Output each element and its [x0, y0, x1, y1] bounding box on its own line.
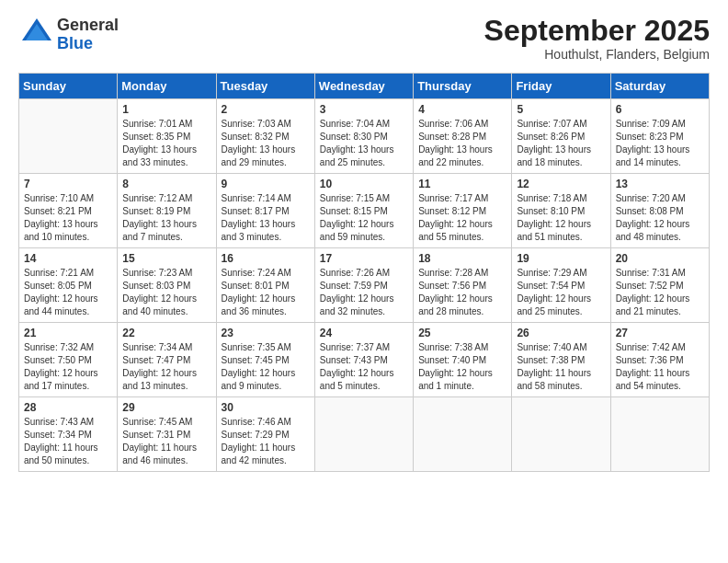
- day-number: 19: [517, 252, 605, 265]
- day-info: Sunrise: 7:12 AM Sunset: 8:19 PM Dayligh…: [122, 192, 210, 244]
- col-monday: Monday: [118, 74, 216, 99]
- table-row: 3Sunrise: 7:04 AM Sunset: 8:30 PM Daylig…: [314, 99, 413, 174]
- calendar-week-row: 28Sunrise: 7:43 AM Sunset: 7:34 PM Dayli…: [19, 397, 710, 472]
- table-row: [512, 397, 610, 472]
- table-row: 28Sunrise: 7:43 AM Sunset: 7:34 PM Dayli…: [19, 397, 118, 472]
- calendar-week-row: 14Sunrise: 7:21 AM Sunset: 8:05 PM Dayli…: [19, 248, 710, 323]
- table-row: 12Sunrise: 7:18 AM Sunset: 8:10 PM Dayli…: [512, 174, 610, 248]
- table-row: 4Sunrise: 7:06 AM Sunset: 8:28 PM Daylig…: [414, 99, 512, 174]
- logo-blue-text: Blue: [57, 34, 93, 52]
- day-number: 14: [24, 252, 112, 265]
- day-info: Sunrise: 7:03 AM Sunset: 8:32 PM Dayligh…: [222, 118, 310, 169]
- day-info: Sunrise: 7:01 AM Sunset: 8:35 PM Dayligh…: [122, 118, 210, 169]
- table-row: 10Sunrise: 7:15 AM Sunset: 8:15 PM Dayli…: [314, 174, 413, 248]
- table-row: 17Sunrise: 7:26 AM Sunset: 7:59 PM Dayli…: [314, 248, 413, 323]
- day-info: Sunrise: 7:23 AM Sunset: 8:03 PM Dayligh…: [122, 267, 210, 318]
- col-friday: Friday: [512, 74, 610, 99]
- col-thursday: Thursday: [414, 74, 512, 99]
- day-number: 5: [517, 103, 605, 116]
- day-info: Sunrise: 7:28 AM Sunset: 7:56 PM Dayligh…: [418, 267, 506, 318]
- day-number: 30: [222, 401, 310, 414]
- table-row: 23Sunrise: 7:35 AM Sunset: 7:45 PM Dayli…: [216, 323, 314, 397]
- calendar-table: Sunday Monday Tuesday Wednesday Thursday…: [18, 73, 710, 472]
- table-row: 27Sunrise: 7:42 AM Sunset: 7:36 PM Dayli…: [610, 323, 709, 397]
- day-number: 21: [24, 327, 112, 339]
- day-info: Sunrise: 7:09 AM Sunset: 8:23 PM Dayligh…: [616, 118, 704, 169]
- day-info: Sunrise: 7:45 AM Sunset: 7:31 PM Dayligh…: [122, 416, 210, 467]
- table-row: 9Sunrise: 7:14 AM Sunset: 8:17 PM Daylig…: [216, 174, 314, 248]
- table-row: 18Sunrise: 7:28 AM Sunset: 7:56 PM Dayli…: [414, 248, 512, 323]
- day-number: 23: [222, 327, 310, 339]
- day-info: Sunrise: 7:21 AM Sunset: 8:05 PM Dayligh…: [24, 267, 112, 318]
- calendar-header-row: Sunday Monday Tuesday Wednesday Thursday…: [19, 74, 710, 99]
- day-number: 20: [616, 252, 704, 265]
- day-number: 16: [222, 252, 310, 265]
- calendar-week-row: 1Sunrise: 7:01 AM Sunset: 8:35 PM Daylig…: [19, 99, 710, 174]
- table-row: 29Sunrise: 7:45 AM Sunset: 7:31 PM Dayli…: [118, 397, 216, 472]
- day-number: 26: [517, 327, 605, 339]
- day-info: Sunrise: 7:37 AM Sunset: 7:43 PM Dayligh…: [320, 341, 408, 393]
- day-info: Sunrise: 7:07 AM Sunset: 8:26 PM Dayligh…: [517, 118, 605, 169]
- table-row: 13Sunrise: 7:20 AM Sunset: 8:08 PM Dayli…: [610, 174, 709, 248]
- day-number: 8: [122, 178, 210, 190]
- day-number: 3: [320, 103, 408, 116]
- day-number: 13: [616, 178, 704, 190]
- day-number: 29: [122, 401, 210, 414]
- table-row: 5Sunrise: 7:07 AM Sunset: 8:26 PM Daylig…: [512, 99, 610, 174]
- table-row: 19Sunrise: 7:29 AM Sunset: 7:54 PM Dayli…: [512, 248, 610, 323]
- table-row: 20Sunrise: 7:31 AM Sunset: 7:52 PM Dayli…: [610, 248, 709, 323]
- day-number: 12: [517, 178, 605, 190]
- logo-icon: [18, 15, 55, 52]
- day-info: Sunrise: 7:04 AM Sunset: 8:30 PM Dayligh…: [320, 118, 408, 169]
- calendar-week-row: 21Sunrise: 7:32 AM Sunset: 7:50 PM Dayli…: [19, 323, 710, 397]
- month-title: September 2025: [484, 15, 710, 47]
- table-row: 16Sunrise: 7:24 AM Sunset: 8:01 PM Dayli…: [216, 248, 314, 323]
- day-info: Sunrise: 7:10 AM Sunset: 8:21 PM Dayligh…: [24, 192, 112, 244]
- table-row: 2Sunrise: 7:03 AM Sunset: 8:32 PM Daylig…: [216, 99, 314, 174]
- day-info: Sunrise: 7:31 AM Sunset: 7:52 PM Dayligh…: [616, 267, 704, 318]
- day-number: 7: [24, 178, 112, 190]
- logo-general-text: General: [57, 16, 119, 34]
- day-number: 15: [122, 252, 210, 265]
- table-row: [314, 397, 413, 472]
- day-number: 18: [418, 252, 506, 265]
- day-number: 2: [222, 103, 310, 116]
- location: Houthulst, Flanders, Belgium: [484, 47, 710, 62]
- day-number: 28: [24, 401, 112, 414]
- day-number: 11: [418, 178, 506, 190]
- table-row: [19, 99, 118, 174]
- day-info: Sunrise: 7:15 AM Sunset: 8:15 PM Dayligh…: [320, 192, 408, 244]
- table-row: 1Sunrise: 7:01 AM Sunset: 8:35 PM Daylig…: [118, 99, 216, 174]
- page-container: General Blue September 2025 Houthulst, F…: [0, 0, 728, 481]
- day-info: Sunrise: 7:43 AM Sunset: 7:34 PM Dayligh…: [24, 416, 112, 467]
- table-row: 6Sunrise: 7:09 AM Sunset: 8:23 PM Daylig…: [610, 99, 709, 174]
- col-tuesday: Tuesday: [216, 74, 314, 99]
- day-number: 6: [616, 103, 704, 116]
- table-row: 7Sunrise: 7:10 AM Sunset: 8:21 PM Daylig…: [19, 174, 118, 248]
- day-info: Sunrise: 7:42 AM Sunset: 7:36 PM Dayligh…: [616, 341, 704, 393]
- day-info: Sunrise: 7:38 AM Sunset: 7:40 PM Dayligh…: [418, 341, 506, 393]
- day-number: 22: [122, 327, 210, 339]
- table-row: 24Sunrise: 7:37 AM Sunset: 7:43 PM Dayli…: [314, 323, 413, 397]
- day-info: Sunrise: 7:32 AM Sunset: 7:50 PM Dayligh…: [24, 341, 112, 393]
- table-row: 8Sunrise: 7:12 AM Sunset: 8:19 PM Daylig…: [118, 174, 216, 248]
- day-info: Sunrise: 7:34 AM Sunset: 7:47 PM Dayligh…: [122, 341, 210, 393]
- table-row: 26Sunrise: 7:40 AM Sunset: 7:38 PM Dayli…: [512, 323, 610, 397]
- day-number: 24: [320, 327, 408, 339]
- table-row: [414, 397, 512, 472]
- table-row: 15Sunrise: 7:23 AM Sunset: 8:03 PM Dayli…: [118, 248, 216, 323]
- day-number: 27: [616, 327, 704, 339]
- day-number: 17: [320, 252, 408, 265]
- title-block: September 2025 Houthulst, Flanders, Belg…: [484, 15, 710, 62]
- col-sunday: Sunday: [19, 74, 118, 99]
- day-info: Sunrise: 7:20 AM Sunset: 8:08 PM Dayligh…: [616, 192, 704, 244]
- day-info: Sunrise: 7:40 AM Sunset: 7:38 PM Dayligh…: [517, 341, 605, 393]
- day-info: Sunrise: 7:26 AM Sunset: 7:59 PM Dayligh…: [320, 267, 408, 318]
- day-info: Sunrise: 7:35 AM Sunset: 7:45 PM Dayligh…: [222, 341, 310, 393]
- day-info: Sunrise: 7:06 AM Sunset: 8:28 PM Dayligh…: [418, 118, 506, 169]
- table-row: 25Sunrise: 7:38 AM Sunset: 7:40 PM Dayli…: [414, 323, 512, 397]
- day-number: 1: [122, 103, 210, 116]
- col-wednesday: Wednesday: [314, 74, 413, 99]
- day-number: 4: [418, 103, 506, 116]
- day-number: 10: [320, 178, 408, 190]
